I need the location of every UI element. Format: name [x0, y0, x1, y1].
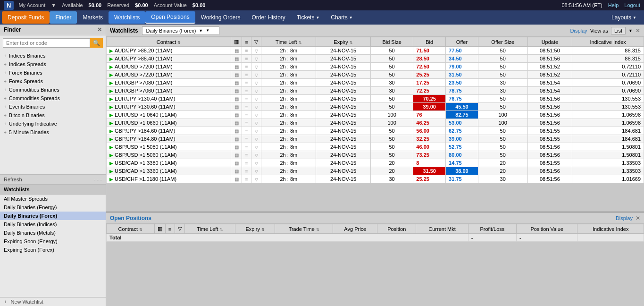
finder-item-forex-binaries[interactable]: + Forex Binaries	[0, 68, 106, 77]
finder-item-underlying-indicative[interactable]: + Underlying Indicative	[0, 119, 106, 128]
tickets-nav-button[interactable]: Tickets▼	[291, 11, 325, 24]
chart-icon-cell[interactable]: ▦	[231, 79, 242, 87]
bar-icon-cell[interactable]: ≡	[242, 175, 251, 183]
bid-cell[interactable]: 25.25	[413, 71, 446, 79]
finder-item-indices-spreads[interactable]: + Indices Spreads	[0, 60, 106, 68]
finder-search-button[interactable]: 🔍	[90, 38, 103, 48]
arrow-icon-cell[interactable]: ▽	[251, 87, 261, 95]
bid-cell[interactable]: 76	[413, 111, 446, 119]
watchlist-table-row[interactable]: ▶GBP/JPY >184.80 (11AM) ▦ ≡ ▽ 2h : 8m 24…	[107, 135, 644, 143]
chart-icon-cell[interactable]: ▦	[231, 87, 242, 95]
chart-icon-cell[interactable]: ▦	[231, 135, 242, 143]
view-dropdown-icon[interactable]: ▼	[628, 28, 633, 33]
watchlist-table-row[interactable]: ▶USD/CAD >1.3360 (11AM) ▦ ≡ ▽ 2h : 8m 24…	[107, 167, 644, 175]
watchlist-table-row[interactable]: ▶USD/CAD >1.3380 (11AM) ▦ ≡ ▽ 2h : 8m 24…	[107, 159, 644, 167]
finder-item-events-binaries[interactable]: + Events Binaries	[0, 102, 106, 111]
bid-cell[interactable]: 56.00	[413, 127, 446, 135]
refresh-button[interactable]: Refresh	[4, 177, 22, 182]
arrow-icon-cell[interactable]: ▽	[251, 55, 261, 63]
offer-cell[interactable]: 31.50	[446, 71, 478, 79]
watchlist-table-row[interactable]: ▶GBP/USD >1.5080 (11AM) ▦ ≡ ▽ 2h : 8m 24…	[107, 143, 644, 151]
watchlist-table-row[interactable]: ▶AUD/JPY >88.40 (11AM) ▦ ≡ ▽ 2h : 8m 24-…	[107, 55, 644, 63]
bar-icon-cell[interactable]: ≡	[242, 63, 251, 71]
finder-item-5minute-binaries[interactable]: + 5 Minute Binaries	[0, 128, 106, 136]
arrow-icon-cell[interactable]: ▽	[251, 95, 261, 103]
arrow-icon-cell[interactable]: ▽	[251, 167, 261, 175]
working-orders-nav-button[interactable]: Working Orders	[195, 11, 246, 24]
order-history-nav-button[interactable]: Order History	[246, 11, 291, 24]
finder-item-commodities-binaries[interactable]: + Commodities Binaries	[0, 85, 106, 94]
bid-cell[interactable]: 72.25	[413, 87, 446, 95]
logout-link[interactable]: Logout	[624, 2, 640, 8]
arrow-icon-cell[interactable]: ▽	[251, 135, 261, 143]
chart-icon-cell[interactable]: ▦	[231, 159, 242, 167]
open-positions-display-button[interactable]: Display	[616, 215, 633, 221]
watchlist-display-button[interactable]: Display	[570, 28, 587, 34]
watchlist-table-row[interactable]: ▶EUR/JPY >130.40 (11AM) ▦ ≡ ▽ 2h : 8m 24…	[107, 95, 644, 103]
finder-item-commodities-spreads[interactable]: + Commodities Spreads	[0, 94, 106, 102]
watchlist-table-row[interactable]: ▶GBP/USD >1.5060 (11AM) ▦ ≡ ▽ 2h : 8m 24…	[107, 151, 644, 159]
bid-cell[interactable]: 70.25	[413, 95, 446, 103]
bar-icon-cell[interactable]: ≡	[242, 55, 251, 63]
watchlist-table-row[interactable]: ▶AUD/JPY >88.20 (11AM) ▦ ≡ ▽ 2h : 8m 24-…	[107, 47, 644, 55]
offer-cell[interactable]: 76.75	[446, 95, 478, 103]
bar-icon-cell[interactable]: ≡	[242, 111, 251, 119]
bid-cell[interactable]: 17.25	[413, 79, 446, 87]
watchlist-item-daily-energy[interactable]: Daily Binaries (Energy)	[0, 203, 106, 212]
offer-cell[interactable]: 62.75	[446, 127, 478, 135]
bar-icon-cell[interactable]: ≡	[242, 135, 251, 143]
open-positions-close-button[interactable]: ✕	[636, 215, 640, 221]
arrow-icon-cell[interactable]: ▽	[251, 127, 261, 135]
deposit-funds-button[interactable]: Deposit Funds	[2, 11, 50, 24]
chart-icon-cell[interactable]: ▦	[231, 63, 242, 71]
offer-cell[interactable]: 53.00	[446, 119, 478, 127]
layouts-nav-button[interactable]: Layouts▼	[606, 11, 642, 24]
offer-cell[interactable]: 38.00	[446, 167, 478, 175]
offer-cell[interactable]: 82.75	[446, 111, 478, 119]
chart-icon-cell[interactable]: ▦	[231, 103, 242, 111]
watchlist-panel-close-button[interactable]: ✕	[636, 27, 640, 34]
bid-cell[interactable]: 46.00	[413, 143, 446, 151]
bar-icon-cell[interactable]: ≡	[242, 159, 251, 167]
bar-icon-cell[interactable]: ≡	[242, 95, 251, 103]
chart-icon-cell[interactable]: ▦	[231, 175, 242, 183]
arrow-icon-cell[interactable]: ▽	[251, 71, 261, 79]
chart-icon-cell[interactable]: ▦	[231, 127, 242, 135]
watchlist-table-row[interactable]: ▶USD/CHF >1.0180 (11AM) ▦ ≡ ▽ 2h : 8m 24…	[107, 175, 644, 183]
offer-cell[interactable]: 34.50	[446, 55, 478, 63]
finder-item-bitcoin-binaries[interactable]: + Bitcoin Binaries	[0, 111, 106, 119]
markets-nav-button[interactable]: Markets	[77, 11, 109, 24]
chart-icon-cell[interactable]: ▦	[231, 143, 242, 151]
finder-item-forex-spreads[interactable]: + Forex Spreads	[0, 77, 106, 85]
bid-cell[interactable]: 73.25	[413, 151, 446, 159]
offer-cell[interactable]: 77.50	[446, 47, 478, 55]
charts-nav-button[interactable]: Charts▼	[325, 11, 358, 24]
bid-cell[interactable]: 28.50	[413, 55, 446, 63]
offer-cell[interactable]: 52.75	[446, 143, 478, 151]
chart-icon-cell[interactable]: ▦	[231, 71, 242, 79]
arrow-icon-cell[interactable]: ▽	[251, 79, 261, 87]
arrow-icon-cell[interactable]: ▽	[251, 151, 261, 159]
offer-cell[interactable]: 23.50	[446, 79, 478, 87]
finder-search-input[interactable]	[3, 38, 90, 48]
watchlist-item-daily-metals[interactable]: Daily Binaries (Metals)	[0, 229, 106, 237]
help-link[interactable]: Help	[608, 2, 619, 8]
bar-icon-cell[interactable]: ≡	[242, 151, 251, 159]
bid-cell[interactable]: 32.25	[413, 135, 446, 143]
bid-cell[interactable]: 31.50	[413, 167, 446, 175]
chart-icon-cell[interactable]: ▦	[231, 119, 242, 127]
chart-icon-cell[interactable]: ▦	[231, 47, 242, 55]
offer-cell[interactable]: 14.75	[446, 159, 478, 167]
watchlist-table-row[interactable]: ▶EUR/GBP >7060 (11AM) ▦ ≡ ▽ 2h : 8m 24-N…	[107, 87, 644, 95]
bar-icon-cell[interactable]: ≡	[242, 71, 251, 79]
bar-icon-cell[interactable]: ≡	[242, 167, 251, 175]
watchlist-table-row[interactable]: ▶EUR/JPY >130.60 (11AM) ▦ ≡ ▽ 2h : 8m 24…	[107, 103, 644, 111]
bid-cell[interactable]: 25.25	[413, 175, 446, 183]
arrow-icon-cell[interactable]: ▽	[251, 63, 261, 71]
chart-icon-cell[interactable]: ▦	[231, 167, 242, 175]
watchlist-table-row[interactable]: ▶AUD/USD >7200 (11AM) ▦ ≡ ▽ 2h : 8m 24-N…	[107, 63, 644, 71]
chart-icon-cell[interactable]: ▦	[231, 111, 242, 119]
watchlist-item-expiring-forex[interactable]: Expiring Soon (Forex)	[0, 246, 106, 254]
arrow-icon-cell[interactable]: ▽	[251, 103, 261, 111]
new-watchlist-button[interactable]: + New Watchlist	[0, 297, 106, 306]
